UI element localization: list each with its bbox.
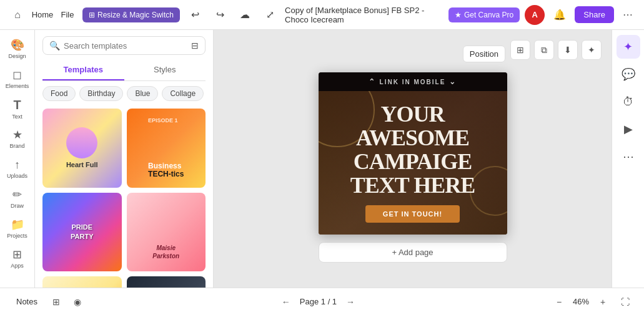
link-mobile-label: LINK IN MOBILE	[380, 79, 446, 85]
template-thumb: PRIDEPARTY	[42, 193, 122, 272]
chip-collage[interactable]: Collage	[162, 86, 204, 101]
template-thumb: MaisieParkston	[127, 193, 206, 272]
panel-header: 🔍 ⊟ Templates Styles	[35, 30, 213, 81]
template-card-heart-full[interactable]: Heart Full	[42, 109, 122, 188]
document-title[interactable]: Copy of [Marketplace Bonus] FB SP2 - Cho…	[285, 6, 443, 24]
sidebar-item-uploads[interactable]: ↑ Uploads	[4, 155, 31, 182]
pro-icon: ★	[455, 11, 462, 19]
notes-button[interactable]: Notes	[10, 294, 44, 309]
next-page-button[interactable]: →	[342, 293, 359, 311]
uploads-icon: ↑	[14, 158, 20, 172]
canvas-area: Position ⊞ ⧉ ⬇ ✦ ⌃ LINK IN MOBILE ⌄	[214, 30, 612, 288]
add-page-button[interactable]: + Add page	[319, 242, 507, 263]
main-headline[interactable]: YOUR AWESOME CAMPAIGE TEXT HERE	[350, 103, 475, 197]
timer-icon[interactable]: ⏱	[617, 90, 640, 114]
show-hide-icon[interactable]: ◉	[69, 293, 86, 311]
search-bar: 🔍 ⊟	[42, 36, 206, 55]
templates-panel: 🔍 ⊟ Templates Styles Food Birthday Blue …	[35, 30, 214, 288]
chip-food[interactable]: Food	[42, 86, 76, 101]
right-sidebar: ✦ 💬 ⏱ ▶ ⋯	[612, 30, 644, 288]
canvas-header-row: Position ⊞ ⧉ ⬇ ✦	[224, 40, 602, 67]
share-button[interactable]: Share	[575, 6, 614, 23]
filter-chips: Food Birthday Blue Collage	[35, 81, 213, 106]
arrow-up-icon: ⌃	[369, 77, 376, 86]
brand-icon: ★	[12, 128, 22, 142]
chip-birthday[interactable]: Birthday	[79, 86, 123, 101]
copy-button[interactable]: ⧉	[534, 40, 554, 60]
redo-button[interactable]: ↪	[210, 5, 230, 25]
content-area: 🎨 Design ◻ Elements T Text ★ Brand ↑ Upl…	[0, 30, 644, 288]
resize-icon: ⊞	[89, 11, 95, 19]
expand-button[interactable]: ⤢	[260, 5, 280, 25]
tabs-row: Templates Styles	[42, 60, 206, 81]
home-button[interactable]: Home	[32, 5, 52, 25]
bottom-left: Notes ⊞ ◉	[10, 293, 86, 311]
home-nav-icon[interactable]: ⌂	[7, 5, 27, 25]
template-card-music[interactable]: MaisieParkston	[127, 193, 206, 272]
template-thumb: Heart Full	[42, 109, 122, 188]
text-icon: T	[13, 98, 21, 112]
template-card-business-tech[interactable]: EPISODE 1 Business TECH-tics	[127, 109, 206, 188]
top-bar-left: ⌂ Home File ⊞ Resize & Magic Switch ↩ ↪ …	[7, 5, 280, 25]
user-avatar[interactable]: A	[525, 5, 545, 25]
chip-blue[interactable]: Blue	[127, 86, 158, 101]
canvas-frame: ⌃ LINK IN MOBILE ⌄ YOUR AWESOME CAMPAIGE	[319, 72, 507, 235]
bell-icon[interactable]: 🔔	[550, 5, 570, 25]
sidebar-item-brand[interactable]: ★ Brand	[4, 125, 31, 152]
projects-icon: 📁	[11, 218, 24, 231]
canvas-text-content: YOUR AWESOME CAMPAIGE TEXT HERE GET IN T…	[319, 91, 507, 235]
tab-templates[interactable]: Templates	[42, 60, 124, 80]
link-mobile-bar: ⌃ LINK IN MOBILE ⌄	[319, 72, 507, 91]
sidebar-item-projects[interactable]: 📁 Projects	[4, 215, 31, 242]
sidebar-item-apps[interactable]: ⊞ Apps	[4, 245, 31, 272]
template-thumb: Build YourBrand	[127, 276, 206, 288]
grid-view-button[interactable]: ⊞	[510, 40, 530, 60]
sidebar-item-design[interactable]: 🎨 Design	[4, 35, 31, 62]
templates-grid: Heart Full EPISODE 1 Business TECH-tics	[42, 109, 206, 288]
position-button[interactable]: Position	[463, 46, 505, 62]
tab-styles[interactable]: Styles	[124, 60, 206, 80]
toggle-grid-icon[interactable]: ⊞	[47, 293, 65, 311]
templates-scroll: Heart Full EPISODE 1 Business TECH-tics	[35, 106, 213, 288]
filter-icon[interactable]: ⊟	[191, 41, 199, 51]
template-card-build-brand[interactable]: Build YourBrand	[127, 276, 206, 288]
fit-screen-button[interactable]: ⛶	[617, 293, 634, 311]
present-icon[interactable]: ▶	[617, 117, 640, 141]
download-button[interactable]: ⬇	[558, 40, 578, 60]
left-toolbar: 🎨 Design ◻ Elements T Text ★ Brand ↑ Upl…	[0, 30, 35, 288]
template-thumb: Lakeisha'sJewelry	[42, 276, 122, 288]
top-bar-center: Copy of [Marketplace Bonus] FB SP2 - Cho…	[285, 6, 443, 24]
zoom-level: 46%	[573, 297, 589, 306]
sidebar-item-text[interactable]: T Text	[4, 95, 31, 122]
sidebar-item-elements[interactable]: ◻ Elements	[4, 65, 31, 92]
template-card-pride-party[interactable]: PRIDEPARTY	[42, 193, 122, 272]
magic-right-icon[interactable]: ✦	[617, 35, 640, 59]
template-thumb: EPISODE 1 Business TECH-tics	[127, 109, 206, 188]
bottom-right: − 46% + ⛶	[550, 293, 634, 311]
design-icon: 🎨	[11, 38, 24, 52]
comment-icon[interactable]: 💬	[617, 62, 640, 86]
apps-icon: ⊞	[12, 248, 22, 261]
draw-icon: ✏	[12, 188, 22, 201]
magic-button[interactable]: ✦	[582, 40, 602, 60]
sidebar-item-draw[interactable]: ✏ Draw	[4, 185, 31, 212]
bottom-bar: Notes ⊞ ◉ ← Page 1 / 1 → − 46% + ⛶	[0, 288, 644, 315]
search-icon: 🔍	[49, 41, 60, 51]
page-info: Page 1 / 1	[300, 297, 337, 306]
more-right-icon[interactable]: ⋯	[617, 145, 640, 168]
file-button[interactable]: File	[57, 5, 77, 25]
arrow-down-icon: ⌄	[449, 77, 457, 86]
undo-button[interactable]: ↩	[185, 5, 205, 25]
canvas-background: YOUR AWESOME CAMPAIGE TEXT HERE GET IN T…	[319, 91, 507, 235]
canva-pro-button[interactable]: ★ Get Canva Pro	[448, 7, 520, 22]
search-input[interactable]	[64, 41, 187, 51]
template-card-jewelry[interactable]: Lakeisha'sJewelry	[42, 276, 122, 288]
zoom-in-button[interactable]: +	[594, 293, 612, 311]
prev-page-button[interactable]: ←	[277, 293, 295, 311]
resize-magic-switch-button[interactable]: ⊞ Resize & Magic Switch	[82, 7, 180, 22]
more-options-icon[interactable]: ⋯	[619, 6, 637, 24]
cloud-save-button[interactable]: ☁	[235, 5, 255, 25]
cta-button[interactable]: GET IN TOUCH!	[365, 205, 460, 223]
page-controls: ← Page 1 / 1 →	[277, 293, 359, 311]
zoom-out-button[interactable]: −	[550, 293, 568, 311]
